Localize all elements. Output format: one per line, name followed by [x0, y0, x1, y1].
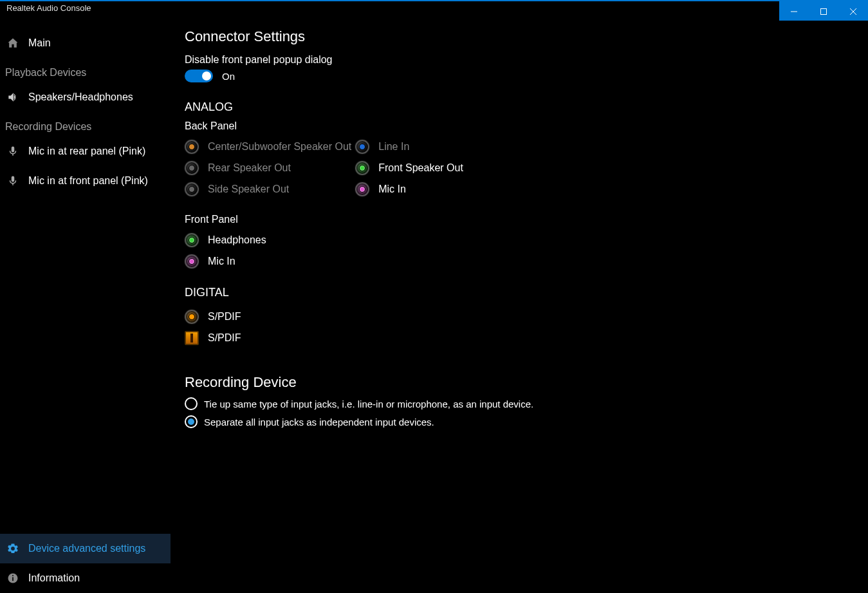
- svg-rect-1: [821, 9, 827, 15]
- radio-button[interactable]: [185, 415, 198, 428]
- sidebar-item-label: Device advanced settings: [28, 543, 145, 554]
- jack-label: Center/Subwoofer Speaker Out: [208, 141, 351, 153]
- jack-label: Front Speaker Out: [378, 162, 463, 174]
- jack-label: Mic In: [378, 184, 406, 195]
- gear-icon: [6, 542, 19, 555]
- audio-jack-icon[interactable]: [185, 233, 199, 247]
- recording-option[interactable]: Tie up same type of input jacks, i.e. li…: [185, 397, 854, 410]
- radio-label: Separate all input jacks as independent …: [204, 417, 434, 428]
- sidebar-item-label: Main: [28, 37, 51, 49]
- analog-section-title: ANALOG: [185, 100, 854, 114]
- jack-row: Center/Subwoofer Speaker Out: [185, 136, 351, 157]
- jack-label: Side Speaker Out: [208, 184, 289, 195]
- jack-row: Front Speaker Out: [355, 157, 463, 178]
- audio-jack-icon[interactable]: [185, 140, 199, 154]
- sidebar-item-advanced-settings[interactable]: Device advanced settings: [0, 534, 171, 563]
- digital-label: S/PDIF: [208, 332, 241, 344]
- close-button[interactable]: [838, 1, 868, 22]
- window-title: Realtek Audio Console: [0, 3, 91, 13]
- sidebar-item-label: Mic in at front panel (Pink): [28, 175, 148, 187]
- jack-label: Headphones: [208, 234, 266, 246]
- page-title: Connector Settings: [185, 28, 854, 45]
- digital-row: S/PDIF: [185, 327, 854, 348]
- jack-row: Rear Speaker Out: [185, 157, 351, 178]
- jack-row: Side Speaker Out: [185, 178, 351, 200]
- recording-device-title: Recording Device: [185, 374, 854, 391]
- radio-button[interactable]: [185, 397, 198, 410]
- home-icon: [6, 37, 19, 50]
- sidebar-section-playback: Playback Devices: [0, 58, 171, 82]
- optical-port-icon[interactable]: [185, 331, 199, 345]
- maximize-button[interactable]: [809, 1, 838, 22]
- audio-jack-icon[interactable]: [355, 140, 369, 154]
- minimize-button[interactable]: [779, 1, 809, 22]
- sidebar-item-speakers[interactable]: Speakers/Headphones: [0, 82, 171, 112]
- sidebar: Main Playback Devices Speakers/Headphone…: [0, 21, 171, 593]
- disable-popup-toggle[interactable]: [185, 70, 213, 82]
- audio-jack-icon[interactable]: [355, 182, 369, 196]
- back-panel-label: Back Panel: [185, 120, 854, 132]
- sidebar-item-main[interactable]: Main: [0, 28, 171, 58]
- coax-jack-icon[interactable]: [185, 310, 199, 324]
- svg-rect-6: [12, 575, 14, 576]
- sidebar-item-label: Speakers/Headphones: [28, 91, 133, 103]
- digital-section-title: DIGITAL: [185, 286, 854, 299]
- front-panel-label: Front Panel: [185, 214, 854, 225]
- sidebar-item-label: Mic in at rear panel (Pink): [28, 146, 145, 157]
- sidebar-item-information[interactable]: Information: [0, 563, 171, 593]
- info-icon: [6, 572, 19, 585]
- radio-label: Tie up same type of input jacks, i.e. li…: [204, 399, 533, 409]
- disable-popup-label: Disable front panel popup dialog: [185, 54, 854, 66]
- audio-jack-icon[interactable]: [185, 182, 199, 196]
- jack-row: Line In: [355, 136, 463, 157]
- digital-label: S/PDIF: [208, 311, 241, 323]
- digital-row: S/PDIF: [185, 306, 854, 327]
- title-bar: Realtek Audio Console: [0, 0, 868, 21]
- jack-label: Line In: [378, 141, 409, 153]
- main-content: Connector Settings Disable front panel p…: [171, 21, 868, 593]
- jack-label: Rear Speaker Out: [208, 162, 291, 174]
- jack-row: Mic In: [355, 178, 463, 200]
- svg-rect-5: [12, 577, 14, 581]
- sidebar-item-label: Information: [28, 572, 80, 584]
- audio-jack-icon[interactable]: [185, 254, 199, 268]
- jack-row: Headphones: [185, 229, 854, 250]
- sidebar-item-mic-rear[interactable]: Mic in at rear panel (Pink): [0, 136, 171, 166]
- speaker-icon: [6, 91, 19, 104]
- microphone-icon: [6, 174, 19, 187]
- jack-row: Mic In: [185, 250, 854, 272]
- toggle-state-label: On: [222, 71, 235, 82]
- audio-jack-icon[interactable]: [185, 161, 199, 175]
- jack-label: Mic In: [208, 256, 235, 267]
- sidebar-section-recording: Recording Devices: [0, 112, 171, 136]
- audio-jack-icon[interactable]: [355, 161, 369, 175]
- microphone-icon: [6, 145, 19, 158]
- window-controls: [779, 1, 868, 21]
- sidebar-item-mic-front[interactable]: Mic in at front panel (Pink): [0, 166, 171, 196]
- recording-option[interactable]: Separate all input jacks as independent …: [185, 415, 854, 428]
